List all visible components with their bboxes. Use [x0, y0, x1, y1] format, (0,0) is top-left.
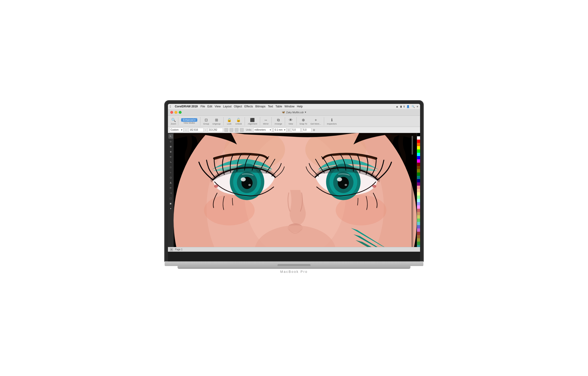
y-field[interactable]: 213.292 [208, 128, 223, 132]
color-swatch-9[interactable] [417, 163, 420, 166]
list-icon[interactable]: ≡ [417, 105, 418, 108]
transform-btn-3[interactable] [235, 128, 238, 132]
canvas-content[interactable] [174, 133, 417, 247]
color-swatch-0[interactable] [417, 133, 420, 136]
color-swatch-14[interactable] [417, 179, 420, 182]
polygon-tool[interactable]: ⬡ [168, 175, 173, 180]
menu-object[interactable]: Object [234, 105, 242, 108]
menu-view[interactable]: View [215, 105, 221, 108]
color-swatch-16[interactable] [417, 186, 420, 189]
transform-btn-2[interactable] [230, 128, 233, 132]
snap-to-group[interactable]: ⊕ Snap To [298, 117, 309, 125]
node-tool[interactable]: ◇ [168, 139, 173, 144]
add-page-button[interactable]: + [170, 248, 173, 251]
color-swatch-1[interactable] [417, 136, 420, 140]
menu-edit[interactable]: Edit [207, 105, 212, 108]
color-swatch-4[interactable] [417, 146, 420, 149]
color-swatch-15[interactable] [417, 182, 420, 186]
height-field[interactable]: 5.0 [302, 128, 311, 132]
color-swatch-23[interactable] [417, 209, 420, 212]
scrollbar-thumb[interactable] [412, 136, 413, 155]
parallel-dim-tool[interactable]: ⊢ [168, 186, 173, 190]
color-swatch-18[interactable] [417, 192, 420, 196]
color-swatch-2[interactable] [417, 140, 420, 143]
group-button[interactable]: ⊡ Group [202, 117, 211, 125]
canvas-scrollbar[interactable] [411, 133, 413, 247]
app-name[interactable]: CorelDRAW 2019 [175, 105, 198, 108]
view-group[interactable]: 👁 View [287, 117, 295, 125]
color-swatch-8[interactable] [417, 159, 420, 163]
transform-btn-4[interactable] [240, 128, 244, 132]
color-swatch-21[interactable] [417, 202, 420, 205]
color-swatch-12[interactable] [417, 172, 420, 176]
color-swatch-29[interactable] [417, 229, 420, 232]
title-dropdown-arrow[interactable]: ▾ [305, 111, 306, 114]
search-icon[interactable]: 🔍 [412, 105, 415, 108]
x-field[interactable]: 162.616 [188, 128, 204, 132]
mirror-group[interactable]: ↔ Mirror [262, 117, 270, 125]
menu-bitmaps[interactable]: Bitmaps [256, 105, 266, 108]
menu-table[interactable]: Table [275, 105, 282, 108]
crop-tool[interactable]: ⊠ [168, 144, 173, 149]
view-mode-button[interactable]: Enhanced ▾ [181, 118, 197, 122]
color-swatch-32[interactable] [417, 238, 420, 241]
color-swatch-10[interactable] [417, 166, 420, 169]
units-dropdown[interactable]: millimeters ▾ [253, 128, 272, 132]
close-button[interactable] [170, 111, 173, 114]
color-swatch-17[interactable] [417, 189, 420, 192]
menu-layout[interactable]: Layout [223, 105, 231, 108]
menu-effects[interactable]: Effects [244, 105, 253, 108]
interactive-fill-tool[interactable]: ▣ [168, 201, 173, 206]
color-swatch-33[interactable] [417, 241, 420, 245]
color-swatch-27[interactable] [417, 222, 420, 225]
unlock-button[interactable]: 🔓 Unlock [234, 117, 243, 125]
left-toolbar: ↖ ◇ ⊠ ⊕ ✏ ∿ □ ○ ⬡ A ⊢ ⊣ ⬚ ▣ ✦ [168, 133, 174, 247]
drop-shadow-tool[interactable]: ⬚ [168, 196, 173, 201]
color-swatch-11[interactable] [417, 169, 420, 172]
eyedropper-tool[interactable]: ✦ [168, 206, 173, 211]
zoom-dropdown[interactable]: Custom ▾ [169, 128, 183, 132]
transform-btn-1[interactable] [225, 128, 228, 132]
maximize-button[interactable] [179, 111, 182, 114]
color-swatch-20[interactable] [417, 199, 420, 202]
smart-draw-tool[interactable]: ∿ [168, 160, 173, 165]
color-swatch-30[interactable] [417, 232, 420, 235]
menu-help[interactable]: Help [297, 105, 303, 108]
ellipse-tool[interactable]: ○ [168, 170, 173, 175]
text-tool[interactable]: A [168, 180, 173, 185]
minimize-button[interactable] [174, 111, 177, 114]
color-swatch-19[interactable] [417, 196, 420, 199]
color-swatch-6[interactable] [417, 153, 420, 156]
color-swatch-26[interactable] [417, 219, 420, 222]
rectangle-tool[interactable]: □ [168, 165, 173, 170]
lock-button[interactable]: 🔒 Lock [225, 117, 234, 125]
color-swatch-5[interactable] [417, 149, 420, 153]
color-swatch-28[interactable] [417, 225, 420, 229]
color-swatch-31[interactable] [417, 235, 420, 238]
apple-menu[interactable]:  [170, 104, 171, 108]
color-swatch-22[interactable] [417, 205, 420, 209]
color-swatch-7[interactable] [417, 156, 420, 159]
color-swatch-34[interactable] [417, 245, 420, 247]
menu-file[interactable]: File [201, 105, 205, 108]
zoom-tool[interactable]: ⊕ [168, 149, 173, 154]
width-field[interactable]: 5.0 [291, 128, 300, 132]
color-swatch-25[interactable] [417, 215, 420, 219]
user-icon: 👤 [406, 105, 410, 108]
connector-tool[interactable]: ⊣ [168, 191, 173, 196]
ungroup-button[interactable]: ⊞ Ungroup [211, 117, 222, 125]
macbook-brand-label: MacBook Pro [280, 269, 308, 275]
inspectors-group[interactable]: ℹ Inspectors [326, 117, 338, 125]
nudge-dropdown[interactable]: 0.1 mm ▾ [274, 128, 287, 132]
get-more-group[interactable]: + Get More... [309, 117, 322, 125]
color-swatch-24[interactable] [417, 212, 420, 215]
menu-text[interactable]: Text [268, 105, 273, 108]
color-swatch-3[interactable] [417, 143, 420, 146]
lock-ratio-icon[interactable]: ⊜ [313, 128, 315, 132]
menu-window[interactable]: Window [285, 105, 295, 108]
alignment-group[interactable]: ⬛ Alignment [246, 117, 258, 125]
select-tool[interactable]: ↖ [168, 134, 173, 139]
arrange-group[interactable]: ⧉ Arrange [273, 117, 283, 125]
freehand-tool[interactable]: ✏ [168, 155, 173, 159]
color-swatch-13[interactable] [417, 176, 420, 179]
